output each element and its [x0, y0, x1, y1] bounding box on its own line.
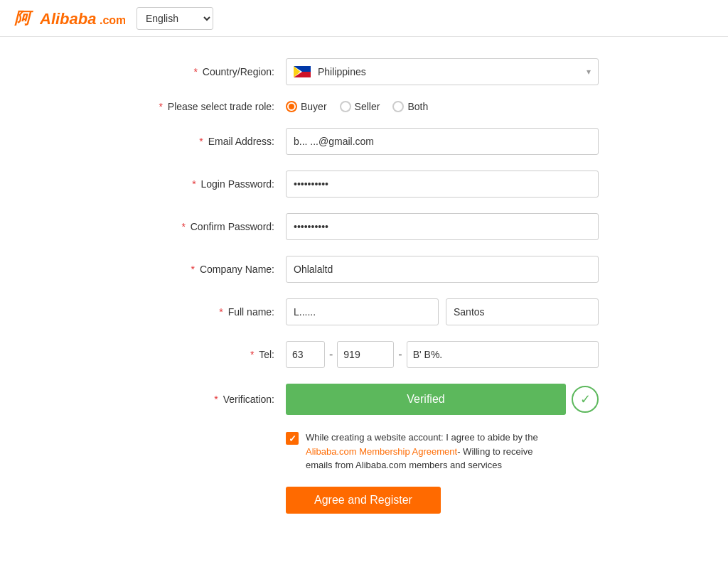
svg-text:Alibaba: Alibaba [40, 10, 96, 28]
verification-group: Verified ✓ [286, 384, 599, 415]
svg-text:.com: .com [100, 14, 125, 26]
country-row: * Country/Region: Philippines ▾ [129, 58, 599, 85]
seller-label: Seller [355, 101, 380, 112]
tel-group: - - [286, 341, 599, 368]
email-input[interactable] [286, 128, 599, 155]
fullname-label: * Full name: [129, 306, 286, 318]
verified-checkmark-icon: ✓ [572, 386, 599, 413]
firstname-input[interactable] [286, 298, 439, 325]
email-required: * [199, 136, 203, 147]
company-row: * Company Name: [129, 256, 599, 283]
fullname-required: * [219, 306, 223, 318]
verification-required: * [214, 394, 218, 405]
trade-role-group: Buyer Seller Both [286, 101, 428, 112]
country-select-wrapper: Philippines ▾ [286, 58, 599, 85]
both-radio[interactable] [392, 101, 404, 112]
country-select[interactable]: Philippines ▾ [286, 58, 599, 85]
tel-dash-1: - [329, 348, 333, 361]
both-option[interactable]: Both [392, 101, 428, 112]
agree-register-button[interactable]: Agree and Register [286, 487, 441, 514]
country-required: * [193, 66, 197, 77]
alibaba-logo: 阿 Alibaba .com [14, 7, 125, 30]
alibaba-logo-icon: 阿 [14, 9, 37, 28]
confirm-password-row: * Confirm Password: [129, 213, 599, 240]
confirm-password-required: * [181, 221, 185, 232]
country-label: * Country/Region: [129, 66, 286, 77]
philippines-flag [294, 66, 311, 77]
language-select[interactable]: English 中文 Español Français [136, 7, 213, 30]
country-name: Philippines [318, 66, 579, 77]
agreement-text: While creating a website account: I agre… [306, 431, 556, 472]
fullname-group [286, 298, 599, 325]
password-required: * [192, 178, 196, 190]
company-required: * [191, 264, 195, 275]
verified-button[interactable]: Verified [286, 384, 566, 415]
lastname-input[interactable] [446, 298, 599, 325]
page-header: 阿 Alibaba .com English 中文 Español França… [0, 0, 728, 37]
main-content: * Country/Region: Philippines ▾ [0, 37, 728, 584]
tel-area-input[interactable] [337, 341, 394, 368]
both-label: Both [407, 101, 428, 112]
verification-row: * Verification: Verified ✓ [129, 384, 599, 415]
trade-role-label: * Please select trade role: [129, 101, 286, 112]
trade-role-required: * [159, 101, 162, 112]
buyer-radio[interactable] [286, 101, 297, 112]
agreement-row: While creating a website account: I agre… [286, 431, 556, 472]
seller-option[interactable]: Seller [340, 101, 380, 112]
confirm-password-input[interactable] [286, 213, 599, 240]
tel-row: * Tel: - - [129, 341, 599, 368]
buyer-option[interactable]: Buyer [286, 101, 327, 112]
fullname-row: * Full name: [129, 298, 599, 325]
password-label: * Login Password: [129, 178, 286, 190]
agreement-text-before: While creating a website account: I agre… [306, 432, 538, 443]
password-input[interactable] [286, 171, 599, 198]
trade-role-row: * Please select trade role: Buyer Seller… [129, 101, 599, 112]
membership-agreement-link[interactable]: Alibaba.com Membership Agreement [306, 446, 457, 457]
seller-radio[interactable] [340, 101, 351, 112]
email-row: * Email Address: [129, 128, 599, 155]
company-label: * Company Name: [129, 264, 286, 275]
svg-text:阿: 阿 [14, 9, 33, 27]
agreement-checkbox[interactable] [286, 432, 299, 445]
chevron-down-icon: ▾ [587, 67, 591, 77]
verification-label: * Verification: [129, 394, 286, 405]
register-btn-row: Agree and Register [286, 487, 599, 514]
company-input[interactable] [286, 256, 599, 283]
password-row: * Login Password: [129, 171, 599, 198]
tel-number-input[interactable] [407, 341, 599, 368]
tel-code-input[interactable] [286, 341, 325, 368]
tel-required: * [250, 349, 254, 360]
alibaba-wordmark: Alibaba .com [40, 7, 125, 30]
registration-form: * Country/Region: Philippines ▾ [115, 58, 613, 514]
tel-dash-2: - [398, 348, 402, 361]
email-label: * Email Address: [129, 136, 286, 147]
tel-label: * Tel: [129, 349, 286, 360]
confirm-password-label: * Confirm Password: [129, 221, 286, 232]
buyer-label: Buyer [301, 101, 327, 112]
